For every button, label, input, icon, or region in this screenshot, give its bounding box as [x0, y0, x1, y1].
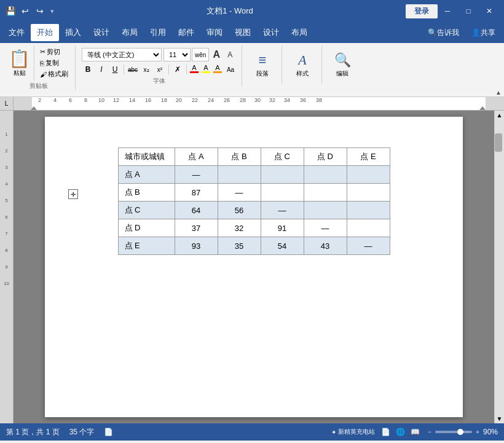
highlight-button[interactable]: A	[201, 63, 211, 76]
table-row: 点 B 87 —	[118, 184, 390, 202]
font-name-select[interactable]: 等线 (中文正文)	[82, 48, 162, 61]
subscript-button[interactable]: x₂	[140, 63, 152, 76]
font-size-select[interactable]: 11	[163, 48, 191, 61]
horizontal-ruler: 2 4 6 8 10 12 14 16 18 20 22 24 26 28 30…	[14, 97, 504, 110]
bold-button[interactable]: B	[82, 63, 94, 76]
superscript-button[interactable]: x²	[154, 63, 166, 76]
font-row1: 等线 (中文正文) 11 wên A A	[82, 48, 237, 61]
case-button[interactable]: Aa	[224, 63, 237, 76]
paragraph-icon: ≡	[259, 52, 267, 68]
data-table: 城市或城镇 点 A 点 B 点 C 点 D 点 E 点 A — 点 B	[118, 147, 390, 255]
row1-e	[347, 166, 390, 184]
scrollbar[interactable]: ▲ ▼	[494, 111, 504, 423]
row2-city: 点 B	[118, 184, 175, 202]
text-color-button[interactable]: A	[213, 63, 222, 76]
editing-button[interactable]: 🔍 编辑	[328, 48, 356, 82]
paste-label: 粘贴	[14, 69, 26, 77]
zoom-out-button[interactable]: －	[427, 428, 433, 436]
shrink-font-button[interactable]: A	[224, 49, 236, 61]
zoom-section: － ＋ 90%	[427, 428, 498, 436]
styles-button[interactable]: A 样式	[288, 48, 317, 82]
scissors-icon: ✂	[40, 48, 45, 56]
row3-a: 64	[175, 202, 218, 219]
zoom-thumb	[457, 429, 463, 435]
web-view-button[interactable]: 🌐	[395, 426, 407, 438]
ruler-mark-10: 10	[4, 281, 9, 286]
wen-button[interactable]: wên	[192, 48, 209, 61]
row2-e	[347, 184, 390, 202]
menu-home[interactable]: 开始	[31, 24, 59, 41]
menu-review[interactable]: 审阅	[200, 24, 229, 41]
maximize-button[interactable]: □	[459, 2, 478, 20]
menu-design2[interactable]: 设计	[257, 24, 285, 41]
copy-button[interactable]: ⎘ 复制	[38, 58, 70, 68]
font-color-bar	[190, 71, 199, 73]
header-city: 城市或城镇	[118, 148, 175, 166]
undo-icon[interactable]: ↩	[20, 6, 31, 17]
paste-button[interactable]: 📋 粘贴	[5, 45, 34, 80]
menu-layout2[interactable]: 布局	[285, 24, 313, 41]
row1-b	[218, 166, 261, 184]
minimize-button[interactable]: ─	[438, 2, 457, 20]
save-icon[interactable]: 💾	[5, 6, 16, 17]
clear-format-button[interactable]: ✗	[171, 63, 184, 76]
separator3	[186, 65, 187, 74]
cut-button[interactable]: ✂ 剪切	[38, 47, 70, 57]
format-painter-button[interactable]: 🖌 格式刷	[38, 69, 70, 79]
scroll-up-button[interactable]: ▲	[495, 111, 504, 120]
search-help[interactable]: 🔍 告诉我	[422, 24, 465, 41]
title-bar: 💾 ↩ ↪ ▾ 文档1 - Word 登录 ─ □ ✕	[0, 0, 504, 22]
row3-b: 56	[218, 202, 261, 219]
header-c: 点 C	[261, 148, 304, 166]
menu-references[interactable]: 引用	[144, 24, 172, 41]
font-color-button[interactable]: A	[189, 63, 199, 76]
underline-button[interactable]: U	[109, 63, 121, 76]
redo-icon[interactable]: ↪	[34, 6, 45, 17]
word-count: 35 个字	[69, 427, 95, 437]
row5-city: 点 E	[118, 237, 175, 255]
row4-city: 点 D	[118, 219, 175, 237]
read-view-button[interactable]: 📖	[409, 426, 422, 438]
paragraph-label: 段落	[256, 69, 269, 78]
ruler-mark-6: 6	[5, 214, 7, 220]
strikethrough-button[interactable]: abc	[127, 63, 139, 76]
zoom-in-button[interactable]: ＋	[474, 428, 481, 436]
menu-insert[interactable]: 插入	[59, 24, 87, 41]
scroll-thumb[interactable]	[495, 133, 502, 152]
menu-design[interactable]: 设计	[87, 24, 116, 41]
menu-file[interactable]: 文件	[2, 24, 31, 41]
row2-c	[261, 184, 304, 202]
zoom-slider[interactable]	[435, 431, 472, 433]
menu-mailings[interactable]: 邮件	[172, 24, 200, 41]
ruler-area: L 2 4 6 8 10 12 14 16 18 20 22 24 26 28 …	[0, 97, 504, 111]
login-button[interactable]: 登录	[406, 4, 438, 18]
format-painter-icon: 🖌	[40, 71, 47, 78]
font-row2: B I U abc x₂ x² ✗ A	[82, 63, 237, 76]
row2-a: 87	[175, 184, 218, 202]
grow-font-button[interactable]: A	[210, 49, 222, 61]
document-scroll[interactable]: ✛ 城市或城镇 点 A 点 B 点 C 点 D 点 E 点 A —	[14, 111, 494, 423]
row1-a: —	[175, 166, 218, 184]
ruler-mark-8: 8	[5, 248, 7, 253]
row5-b: 35	[218, 237, 261, 255]
row2-d	[304, 184, 347, 202]
close-button[interactable]: ✕	[479, 2, 499, 20]
italic-button[interactable]: I	[95, 63, 108, 76]
clipboard-side: ✂ 剪切 ⎘ 复制 🖌 格式刷	[36, 45, 73, 80]
ruler-mark-1: 1	[5, 131, 7, 137]
paragraph-button[interactable]: ≡ 段落	[248, 48, 277, 82]
scroll-down-button[interactable]: ▼	[495, 414, 504, 423]
row1-city: 点 A	[118, 166, 175, 184]
print-view-button[interactable]: 📄	[380, 426, 392, 438]
share-button[interactable]: 👤 共享	[465, 24, 502, 41]
menu-layout[interactable]: 布局	[116, 24, 144, 41]
ribbon-collapse-button[interactable]: ▲	[495, 89, 502, 96]
separator1	[124, 65, 124, 74]
title-bar-icons: 💾 ↩ ↪ ▾	[5, 6, 54, 17]
table-row: 点 A —	[118, 166, 390, 184]
menu-view[interactable]: 视图	[229, 24, 257, 41]
ruler-mark-9: 9	[5, 264, 7, 270]
copy-icon: ⎘	[40, 60, 44, 67]
header-d: 点 D	[304, 148, 347, 166]
table-move-handle[interactable]: ✛	[68, 189, 78, 199]
